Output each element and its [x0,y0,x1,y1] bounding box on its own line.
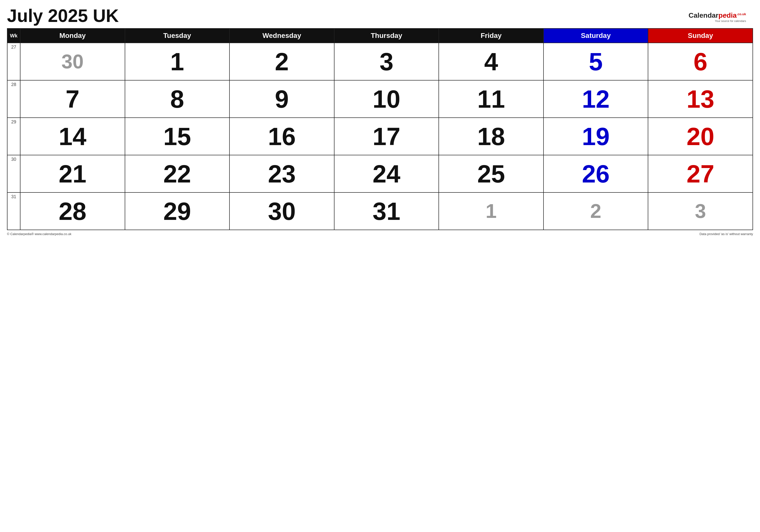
week-row-30: 3021222324252627 [7,155,753,193]
day-cell: 15 [125,118,230,155]
day-number: 28 [59,197,86,225]
day-number: 24 [373,160,400,188]
day-cell: 20 [648,118,753,155]
day-number: 19 [582,122,610,150]
page-title: July 2025 UK [7,6,753,26]
day-cell: 21 [20,155,125,193]
day-number: 17 [373,122,400,150]
week-row-27: 2730123456 [7,43,753,80]
day-cell: 9 [229,80,334,118]
day-cell: 4 [439,43,544,80]
day-cell: 27 [648,155,753,193]
th-monday: Monday [20,28,125,43]
day-number: 10 [373,85,400,113]
day-number: 5 [589,48,603,75]
day-cell: 14 [20,118,125,155]
wk-num-31: 31 [7,193,20,230]
calendar-table: Wk Monday Tuesday Wednesday Thursday Fri… [7,28,753,230]
day-cell: 11 [439,80,544,118]
day-cell: 6 [648,43,753,80]
day-number: 1 [486,200,497,222]
wk-num-30: 30 [7,155,20,193]
day-number: 8 [170,85,184,113]
day-number: 2 [590,200,601,222]
day-cell: 1 [125,43,230,80]
wk-num-27: 27 [7,43,20,80]
day-number: 26 [582,160,610,188]
day-number: 21 [59,160,86,188]
footer-right: Data provided 'as is' without warranty [699,232,753,236]
day-number: 25 [477,160,505,188]
th-sunday: Sunday [648,28,753,43]
day-number: 4 [484,48,498,75]
wk-num-28: 28 [7,80,20,118]
th-tuesday: Tuesday [125,28,230,43]
day-cell: 25 [439,155,544,193]
logo: Calendarpedia.co.uk Your source for cale… [689,12,746,22]
day-cell: 3 [334,43,439,80]
day-cell: 22 [125,155,230,193]
day-number: 30 [61,50,83,72]
th-thursday: Thursday [334,28,439,43]
day-number: 2 [275,48,289,75]
logo-text: Calendarpedia.co.uk [689,12,746,19]
th-friday: Friday [439,28,544,43]
wk-num-29: 29 [7,118,20,155]
logo-brand: Calendar [689,12,718,19]
day-number: 6 [693,48,707,75]
day-number: 31 [373,197,400,225]
day-number: 15 [164,122,191,150]
th-wednesday: Wednesday [229,28,334,43]
day-cell: 28 [20,193,125,230]
week-row-31: 3128293031123 [7,193,753,230]
day-cell: 17 [334,118,439,155]
day-number: 20 [687,122,714,150]
day-cell: 5 [544,43,648,80]
week-row-28: 2878910111213 [7,80,753,118]
day-number: 13 [687,85,714,113]
day-number: 1 [170,48,184,75]
day-cell: 29 [125,193,230,230]
day-cell: 18 [439,118,544,155]
day-cell: 12 [544,80,648,118]
day-cell: 30 [229,193,334,230]
day-number: 23 [268,160,296,188]
day-number: 22 [164,160,191,188]
day-number: 18 [477,122,505,150]
day-number: 30 [268,197,296,225]
th-wk: Wk [7,28,20,43]
day-number: 12 [582,85,610,113]
day-cell: 8 [125,80,230,118]
day-cell: 10 [334,80,439,118]
day-cell: 30 [20,43,125,80]
day-cell: 26 [544,155,648,193]
day-cell: 1 [439,193,544,230]
day-cell: 13 [648,80,753,118]
day-number: 27 [687,160,714,188]
day-cell: 19 [544,118,648,155]
day-cell: 7 [20,80,125,118]
day-cell: 23 [229,155,334,193]
th-saturday: Saturday [544,28,648,43]
logo-pedia: pedia [718,12,736,19]
logo-couk: .co.uk [736,12,746,16]
week-row-29: 2914151617181920 [7,118,753,155]
day-cell: 2 [229,43,334,80]
day-number: 7 [66,85,79,113]
day-cell: 3 [648,193,753,230]
day-number: 11 [477,85,505,113]
logo-tagline: Your source for calendars [689,20,746,22]
footer: © Calendarpedia® www.calendarpedia.co.uk… [7,232,753,236]
day-cell: 24 [334,155,439,193]
day-number: 29 [164,197,191,225]
day-cell: 31 [334,193,439,230]
day-number: 16 [268,122,296,150]
footer-left: © Calendarpedia® www.calendarpedia.co.uk [7,232,71,236]
day-number: 3 [695,200,706,222]
header-row: Wk Monday Tuesday Wednesday Thursday Fri… [7,28,753,43]
day-cell: 16 [229,118,334,155]
day-cell: 2 [544,193,648,230]
day-number: 14 [59,122,86,150]
day-number: 9 [275,85,289,113]
day-number: 3 [380,48,394,75]
